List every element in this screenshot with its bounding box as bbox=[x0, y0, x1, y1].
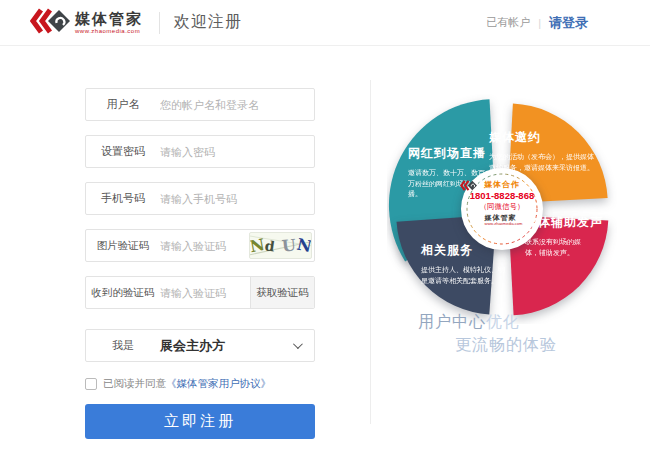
segment-desc: 联系没有到场的媒体，辅助发声。 bbox=[525, 237, 591, 258]
captcha-letter: N bbox=[295, 235, 312, 257]
agreement-checkbox[interactable] bbox=[85, 378, 97, 390]
image-captcha-label: 图片验证码 bbox=[86, 239, 160, 253]
wechat-note: （同微信号） bbox=[460, 202, 544, 211]
segment-desc: 提供主持人、模特礼仪、明星邀请等相关配套服务。 bbox=[421, 265, 507, 286]
have-account-label: 已有帐户 bbox=[486, 15, 530, 30]
page-title: 欢迎注册 bbox=[174, 12, 242, 33]
password-input[interactable] bbox=[160, 146, 314, 158]
sms-code-row: 收到的验证码 获取验证码 bbox=[85, 276, 315, 309]
phone-row: 手机号码 bbox=[85, 182, 315, 215]
registration-page: 媒体管家 www.zhaomedia.com 欢迎注册 已有帐户 | 请登录 用… bbox=[0, 0, 650, 466]
header: 媒体管家 www.zhaomedia.com 欢迎注册 已有帐户 | 请登录 bbox=[0, 0, 650, 46]
tagline-line1: 用户中心优化 bbox=[418, 312, 520, 333]
segment-title: 媒体邀约 bbox=[489, 129, 599, 146]
password-row: 设置密码 bbox=[85, 135, 315, 168]
captcha-image[interactable]: N d U N bbox=[249, 232, 312, 259]
logo-url: www.zhaomedia.com bbox=[75, 28, 143, 34]
center-brand: 媒体管家 www.zhaomedia.com bbox=[460, 214, 544, 226]
captcha-letter: d bbox=[264, 237, 276, 254]
center-brand-url: www.zhaomedia.com bbox=[485, 222, 523, 226]
logo[interactable]: 媒体管家 www.zhaomedia.com bbox=[30, 8, 143, 38]
logo-title: 媒体管家 bbox=[75, 11, 143, 26]
tagline-line2: 更流畅的体验 bbox=[455, 335, 557, 356]
promo-panel: 网红到场直播 邀请数万、数十万、数百万粉丝的网红到场现场直播。 媒体邀约 为您的… bbox=[371, 46, 650, 466]
segment-media-invite: 媒体邀约 为您的活动（发布会），提供媒体邀约服务，邀请媒体来采访报道。 bbox=[489, 129, 599, 173]
username-input[interactable] bbox=[160, 99, 314, 111]
phone-input[interactable] bbox=[160, 193, 314, 205]
password-label: 设置密码 bbox=[86, 144, 160, 159]
main-content: 用户名 设置密码 手机号码 图片验证码 N d U N bbox=[0, 46, 650, 466]
role-label: 我是 bbox=[86, 338, 160, 353]
role-select[interactable]: 我是 展会主办方 bbox=[85, 329, 315, 362]
image-captcha-row: 图片验证码 N d U N bbox=[85, 229, 315, 262]
logo-chevron-diamond-icon bbox=[30, 8, 70, 38]
get-code-button[interactable]: 获取验证码 bbox=[250, 277, 314, 308]
registration-form: 用户名 设置密码 手机号码 图片验证码 N d U N bbox=[85, 88, 315, 439]
contact-phone: 1801-8828-868 bbox=[460, 190, 544, 202]
header-right-separator: | bbox=[538, 17, 541, 29]
segment-related-services: 相关服务 提供主持人、模特礼仪、明星邀请等相关配套服务。 bbox=[421, 242, 507, 286]
segment-desc: 为您的活动（发布会），提供媒体邀约服务，邀请媒体来采访报道。 bbox=[489, 152, 599, 173]
register-button[interactable]: 立即注册 bbox=[85, 404, 315, 439]
sms-code-label: 收到的验证码 bbox=[86, 286, 160, 300]
header-right: 已有帐户 | 请登录 bbox=[486, 0, 588, 45]
pie-center-content: 媒体合作 1801-8828-868 （同微信号） bbox=[460, 180, 544, 226]
username-row: 用户名 bbox=[85, 88, 315, 121]
segment-title: 相关服务 bbox=[421, 242, 507, 259]
services-pie-diagram: 网红到场直播 邀请数万、数十万、数百万粉丝的网红到场现场直播。 媒体邀约 为您的… bbox=[387, 94, 617, 324]
agreement-link[interactable]: 《媒体管家用户协议》 bbox=[166, 377, 271, 389]
agreement-row: 已阅读并同意《媒体管家用户协议》 bbox=[85, 377, 315, 391]
center-brand-title: 媒体管家 bbox=[485, 214, 517, 221]
segment-title: 网红到场直播 bbox=[408, 145, 488, 162]
header-divider bbox=[159, 12, 160, 34]
agreement-text: 已阅读并同意《媒体管家用户协议》 bbox=[103, 377, 271, 391]
role-value: 展会主办方 bbox=[160, 337, 314, 355]
phone-label: 手机号码 bbox=[86, 191, 160, 206]
username-label: 用户名 bbox=[86, 97, 160, 112]
login-link[interactable]: 请登录 bbox=[549, 14, 588, 32]
